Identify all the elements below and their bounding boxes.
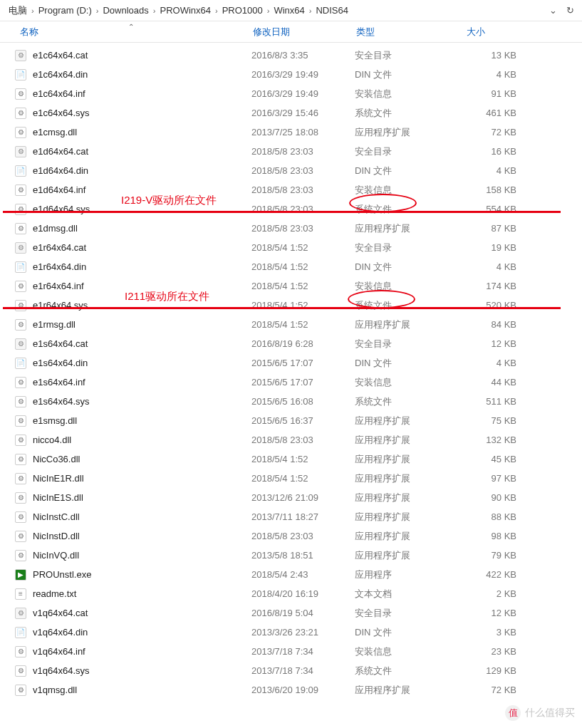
file-size: 129 KB — [465, 665, 536, 676]
file-row[interactable]: ⚙e1r64x64.sys2018/5/4 1:52系统文件520 KB — [0, 296, 582, 315]
file-icon: ⚙ — [14, 415, 27, 427]
file-name: NicInstD.dll — [33, 531, 251, 541]
file-row[interactable]: 📄e1s64x64.din2015/6/5 17:07DIN 文件4 KB — [0, 353, 582, 373]
file-type: 安全目录 — [355, 607, 465, 620]
file-size: 520 KB — [465, 300, 536, 311]
file-date: 2016/3/29 19:49 — [251, 88, 355, 99]
file-size: 72 KB — [465, 127, 536, 137]
breadcrumb-segment[interactable]: Program (D:) — [36, 5, 95, 16]
file-row[interactable]: ⚙NicInstD.dll2018/5/8 23:03应用程序扩展98 KB — [0, 526, 582, 546]
file-row[interactable]: ≡readme.txt2018/4/20 16:19文本文档2 KB — [0, 584, 582, 603]
file-icon: ⚙ — [14, 241, 27, 254]
file-icon: ⚙ — [14, 376, 27, 389]
refresh-icon[interactable]: ↻ — [563, 5, 576, 16]
sort-indicator-icon: ⌃ — [128, 23, 134, 31]
file-row[interactable]: ⚙e1c64x64.inf2016/3/29 19:49安装信息91 KB — [0, 84, 582, 103]
file-name: v1q64x64.inf — [33, 646, 251, 657]
file-name: e1dmsg.dll — [33, 223, 251, 234]
file-row[interactable]: ▶PROUnstl.exe2018/5/4 2:43应用程序422 KB — [0, 565, 582, 584]
file-icon: 📄 — [14, 165, 27, 177]
file-name: e1d64x64.cat — [33, 146, 251, 157]
file-row[interactable]: ⚙e1s64x64.sys2015/6/5 16:08系统文件511 KB — [0, 392, 582, 411]
breadcrumb-segment[interactable]: Downloads — [100, 5, 151, 16]
file-type: 应用程序扩展 — [355, 415, 465, 427]
file-name: e1r64x64.cat — [33, 242, 251, 253]
file-row[interactable]: ⚙e1cmsg.dll2013/7/25 18:08应用程序扩展72 KB — [0, 123, 582, 142]
file-row[interactable]: ⚙v1q64x64.cat2016/8/19 5:04安全目录12 KB — [0, 603, 582, 623]
file-size: 98 KB — [465, 531, 536, 541]
breadcrumb-segment[interactable]: 电脑 — [6, 4, 30, 17]
file-row[interactable]: ⚙e1smsg.dll2015/6/5 16:37应用程序扩展75 KB — [0, 411, 582, 430]
file-row[interactable]: ⚙e1d64x64.sys2018/5/8 23:03系统文件554 KB — [0, 199, 582, 219]
breadcrumb-segment[interactable]: NDIS64 — [313, 5, 351, 16]
column-date[interactable]: 修改日期 — [253, 26, 356, 38]
file-type: 系统文件 — [355, 299, 465, 312]
file-row[interactable]: ⚙e1c64x64.cat2016/8/3 3:35安全目录13 KB — [0, 46, 582, 65]
column-type[interactable]: 类型 — [356, 26, 467, 38]
file-row[interactable]: ⚙v1q64x64.sys2013/7/18 7:34系统文件129 KB — [0, 661, 582, 680]
file-name: e1rmsg.dll — [33, 319, 251, 330]
file-row[interactable]: ⚙NicCo36.dll2018/5/4 1:52应用程序扩展45 KB — [0, 449, 582, 469]
file-size: 87 KB — [465, 223, 536, 234]
file-type: 安装信息 — [355, 88, 465, 100]
file-row[interactable]: ⚙e1r64x64.inf2018/5/4 1:52安装信息174 KB — [0, 276, 582, 296]
file-row[interactable]: ⚙e1d64x64.cat2018/5/8 23:03安全目录16 KB — [0, 142, 582, 161]
file-row[interactable]: 📄e1r64x64.din2018/5/4 1:52DIN 文件4 KB — [0, 257, 582, 276]
file-date: 2018/5/8 23:03 — [251, 146, 355, 157]
file-name: e1cmsg.dll — [33, 127, 251, 137]
breadcrumb-segment[interactable]: PROWinx64 — [157, 5, 214, 16]
file-icon: ⚙ — [14, 453, 27, 466]
breadcrumb-segment[interactable]: Winx64 — [271, 5, 307, 16]
file-type: 应用程序 — [355, 568, 465, 581]
breadcrumb-segment[interactable]: PRO1000 — [219, 5, 266, 16]
file-name: e1s64x64.cat — [33, 338, 251, 349]
file-row[interactable]: ⚙e1rmsg.dll2018/5/4 1:52应用程序扩展84 KB — [0, 315, 582, 334]
file-row[interactable]: ⚙NicInE1R.dll2018/5/4 1:52应用程序扩展97 KB — [0, 469, 582, 488]
file-row[interactable]: ⚙NicInVQ.dll2013/5/8 18:51应用程序扩展79 KB — [0, 546, 582, 565]
file-size: 23 KB — [465, 646, 536, 657]
column-headers: ⌃ 名称 修改日期 类型 大小 — [0, 21, 582, 43]
file-type: 安装信息 — [355, 376, 465, 389]
file-row[interactable]: ⚙NicInstC.dll2013/7/11 18:27应用程序扩展88 KB — [0, 507, 582, 526]
file-name: v1q64x64.cat — [33, 608, 251, 618]
file-type: 安全目录 — [355, 49, 465, 62]
file-size: 3 KB — [465, 627, 536, 638]
file-size: 4 KB — [465, 261, 536, 272]
file-name: NicInE1S.dll — [33, 492, 251, 503]
file-row[interactable]: ⚙e1s64x64.cat2016/8/19 6:28安全目录12 KB — [0, 334, 582, 353]
file-type: DIN 文件 — [355, 357, 465, 370]
file-icon: ⚙ — [14, 88, 27, 100]
file-type: DIN 文件 — [355, 165, 465, 177]
file-row[interactable]: ⚙e1r64x64.cat2018/5/4 1:52安全目录19 KB — [0, 238, 582, 257]
file-row[interactable]: ⚙v1q64x64.inf2013/7/18 7:34安装信息23 KB — [0, 642, 582, 661]
file-size: 12 KB — [465, 338, 536, 349]
file-name: NicInE1R.dll — [33, 473, 251, 484]
dropdown-icon[interactable]: ⌄ — [546, 5, 559, 16]
file-type: 应用程序扩展 — [355, 318, 465, 331]
file-date: 2018/5/8 23:03 — [251, 531, 355, 541]
file-date: 2015/6/5 16:37 — [251, 415, 355, 426]
file-name: e1s64x64.inf — [33, 377, 251, 388]
file-name: e1d64x64.din — [33, 165, 251, 176]
file-name: readme.txt — [33, 588, 251, 599]
file-name: v1q64x64.sys — [33, 665, 251, 676]
file-row[interactable]: 📄e1d64x64.din2018/5/8 23:03DIN 文件4 KB — [0, 161, 582, 180]
file-row[interactable]: ⚙e1d64x64.inf2018/5/8 23:03安装信息158 KB — [0, 180, 582, 199]
file-name: e1r64x64.din — [33, 261, 251, 272]
file-row[interactable]: ⚙v1qmsg.dll2013/6/20 19:09应用程序扩展72 KB — [0, 680, 582, 700]
chevron-right-icon: › — [30, 6, 36, 15]
file-row[interactable]: ⚙e1c64x64.sys2016/3/29 15:46系统文件461 KB — [0, 103, 582, 123]
file-type: 应用程序扩展 — [355, 453, 465, 466]
column-size[interactable]: 大小 — [467, 26, 538, 38]
file-row[interactable]: ⚙e1dmsg.dll2018/5/8 23:03应用程序扩展87 KB — [0, 219, 582, 238]
file-row[interactable]: ⚙NicInE1S.dll2013/12/6 21:09应用程序扩展90 KB — [0, 488, 582, 507]
file-size: 511 KB — [465, 396, 536, 407]
file-type: 应用程序扩展 — [355, 511, 465, 524]
file-icon: ⚙ — [14, 530, 27, 543]
file-date: 2018/4/20 16:19 — [251, 588, 355, 599]
file-row[interactable]: ⚙e1s64x64.inf2015/6/5 17:07安装信息44 KB — [0, 373, 582, 392]
file-row[interactable]: 📄e1c64x64.din2016/3/29 19:49DIN 文件4 KB — [0, 65, 582, 84]
file-row[interactable]: ⚙nicco4.dll2018/5/8 23:03应用程序扩展132 KB — [0, 430, 582, 449]
file-row[interactable]: 📄v1q64x64.din2013/3/26 23:21DIN 文件3 KB — [0, 623, 582, 642]
file-type: 应用程序扩展 — [355, 472, 465, 485]
